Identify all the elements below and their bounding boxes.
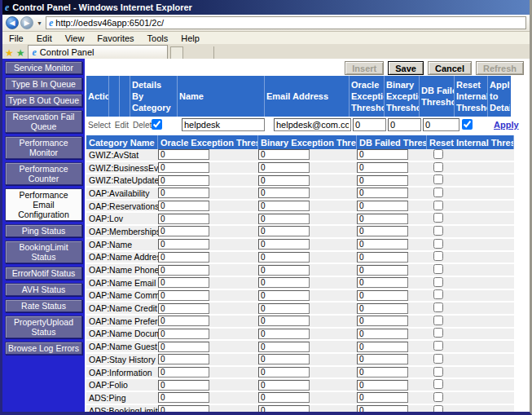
reset-internal-checkbox[interactable] [433,289,443,299]
history-dropdown-icon[interactable]: ▼ [35,20,44,26]
oracle-threshold-input[interactable] [158,342,209,352]
reset-internal-checkbox[interactable] [433,367,443,377]
oracle-threshold-input[interactable] [158,405,209,412]
reset-internal-checkbox[interactable] [433,328,443,338]
sidebar-item-reservation-fail-queue[interactable]: Reservation Fail Queue [5,110,82,133]
db-failed-threshold-input[interactable] [357,316,408,326]
db-failed-threshold-input[interactable] [357,239,408,249]
db-failed-threshold-input[interactable] [357,214,408,224]
reset-internal-checkbox[interactable] [433,226,443,236]
menu-help[interactable]: Help [174,33,206,43]
sidebar-item-ping-status[interactable]: Ping Status [5,224,82,237]
binary-threshold-input[interactable] [258,277,310,288]
sidebar-item-bookinglimit-status[interactable]: BookingLimit Status [5,241,82,263]
details-by-category-checkbox[interactable] [152,119,162,130]
db-failed-threshold-input[interactable] [357,175,408,186]
menu-favorites[interactable]: Favorites [90,33,140,43]
oracle-threshold-input[interactable] [158,329,209,339]
oracle-threshold-input[interactable] [158,354,209,364]
reset-internal-checkbox[interactable] [433,149,443,159]
oracle-threshold-input[interactable] [158,162,209,173]
db-failed-threshold-input[interactable] [357,277,408,288]
db-failed-threshold-input[interactable] [357,149,408,160]
edit-link[interactable]: Edit [115,121,129,130]
binary-threshold-input[interactable] [258,392,310,403]
email-address-input[interactable] [274,118,351,131]
oracle-threshold-input[interactable] [158,149,209,160]
binary-threshold-input[interactable] [258,405,310,412]
db-failed-threshold-input[interactable] [357,188,408,198]
reset-internal-checkbox[interactable] [433,302,443,312]
binary-threshold-input[interactable] [258,316,310,326]
cancel-button[interactable]: Cancel [428,61,472,75]
sidebar-item-type-b-out-queue[interactable]: Type B Out Queue [5,94,82,107]
reset-internal-checkbox[interactable] [433,174,443,184]
reset-internal-checkbox[interactable] [433,239,443,249]
binary-threshold-input[interactable] [258,214,310,224]
reset-internal-checkbox[interactable] [433,354,443,364]
sidebar-item-performance-counter[interactable]: Performance Counter [5,162,82,185]
reset-internal-checkbox[interactable] [433,316,443,325]
oracle-threshold-input[interactable] [158,214,209,224]
save-button[interactable]: Save [388,61,424,75]
oracle-threshold-input[interactable] [158,290,209,301]
db-failed-threshold-input[interactable] [357,405,408,412]
oracle-threshold-input[interactable] [158,277,209,288]
reset-internal-checkbox[interactable] [433,201,443,210]
reset-internal-checkbox[interactable] [433,405,443,412]
db-failed-threshold-input[interactable] [357,392,408,403]
db-failed-threshold-input[interactable] [357,252,408,263]
binary-threshold-input[interactable] [258,367,310,377]
sidebar-item-rate-status[interactable]: Rate Status [5,299,82,312]
sidebar-item-service-monitor[interactable]: Service Monitor [5,61,82,74]
binary-threshold-input[interactable] [258,252,310,263]
oracle-threshold-input[interactable] [158,175,209,186]
tab-control-panel[interactable]: e Control Panel [28,45,168,59]
menu-tools[interactable]: Tools [141,33,175,43]
oracle-threshold-input[interactable] [353,118,386,131]
binary-threshold-input[interactable] [258,265,310,276]
db-failed-threshold-input[interactable] [357,201,408,211]
binary-threshold-input[interactable] [258,201,310,211]
db-failed-threshold-input[interactable] [357,162,408,173]
apply-link[interactable]: Apply [494,120,519,130]
select-link[interactable]: Select [88,121,111,130]
sidebar-item-errornotif-status[interactable]: ErrorNotif Status [5,267,82,280]
db-failed-threshold-input[interactable] [357,380,408,391]
binary-threshold-input[interactable] [258,342,310,352]
reset-internal-checkbox[interactable] [462,119,473,130]
reset-internal-checkbox[interactable] [433,162,443,172]
reset-internal-checkbox[interactable] [433,277,443,287]
binary-threshold-input[interactable] [258,303,310,314]
db-failed-threshold-input[interactable] [423,118,459,131]
oracle-threshold-input[interactable] [158,226,209,236]
menu-view[interactable]: View [59,33,91,43]
db-failed-threshold-input[interactable] [357,367,408,377]
forward-button[interactable]: ▶ [20,16,33,29]
oracle-threshold-input[interactable] [158,265,209,276]
oracle-threshold-input[interactable] [158,392,209,403]
oracle-threshold-input[interactable] [158,316,209,326]
url-field[interactable]: e http://oedsv46app:6501/2c/ [46,16,526,29]
binary-threshold-input[interactable] [258,290,310,301]
menu-edit[interactable]: Edit [30,33,59,43]
binary-threshold-input[interactable] [258,149,310,160]
oracle-threshold-input[interactable] [158,252,209,263]
reset-internal-checkbox[interactable] [433,379,443,389]
reset-internal-checkbox[interactable] [433,341,443,351]
db-failed-threshold-input[interactable] [357,290,408,301]
sidebar-item-browse-log-errors[interactable]: Browse Log Errors [5,342,82,355]
binary-threshold-input[interactable] [258,380,310,391]
oracle-threshold-input[interactable] [158,201,209,211]
db-failed-threshold-input[interactable] [357,354,408,364]
binary-threshold-input[interactable] [258,226,310,236]
reset-internal-checkbox[interactable] [433,213,443,223]
binary-threshold-input[interactable] [258,354,310,364]
reset-internal-checkbox[interactable] [433,188,443,197]
oracle-threshold-input[interactable] [158,239,209,249]
favorites-star-icon[interactable]: ★ [5,47,14,59]
oracle-threshold-input[interactable] [158,188,209,198]
db-failed-threshold-input[interactable] [357,226,408,236]
binary-threshold-input[interactable] [258,162,310,173]
sidebar-item-type-b-in-queue[interactable]: Type B In Queue [5,77,82,91]
